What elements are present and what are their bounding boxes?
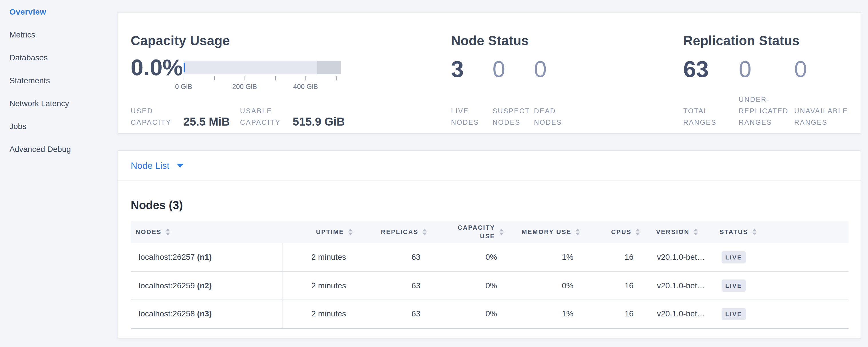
column-header-uptime[interactable]: UPTIME — [282, 221, 355, 243]
sort-icon — [636, 228, 640, 235]
replicas-cell: 63 — [355, 272, 430, 300]
sort-icon — [576, 228, 580, 235]
node-list-dropdown[interactable]: Node List — [118, 151, 861, 181]
column-header-version[interactable]: VERSION — [643, 221, 717, 243]
node-address-cell[interactable]: localhost:26258 (n3) — [131, 300, 282, 328]
sidebar-item-advanced-debug[interactable]: Advanced Debug — [0, 145, 117, 154]
axis-tick-label: 400 GiB — [293, 83, 318, 91]
capacity-percent-value: 0.0% — [131, 54, 184, 81]
replicas-cell: 63 — [355, 300, 430, 328]
sidebar-item-databases[interactable]: Databases — [0, 54, 117, 62]
capacity-use-cell: 0% — [430, 243, 506, 272]
node-id: (n3) — [197, 309, 212, 318]
table-row[interactable]: localhost:26259 (n2) 2 minutes 63 0% 0% … — [131, 272, 848, 300]
column-header-label: CPUS — [611, 228, 631, 236]
table-header-row: NODES UPTIME REPLICAS CAPACITY USE M — [131, 221, 848, 243]
node-address-cell[interactable]: localhost:26257 (n1) — [131, 243, 282, 272]
column-header-label: NODES — [135, 228, 162, 236]
version-cell: v20.1.0-bet… — [643, 300, 717, 328]
under-replicated-ranges-label: UNDER-REPLICATED RANGES — [739, 94, 794, 128]
axis-tick-label: 0 GiB — [175, 83, 192, 91]
replication-status-section: Replication Status 63 0 0 TOTAL RANGES U… — [683, 12, 861, 133]
axis-tick-label: 200 GiB — [232, 83, 257, 91]
sidebar: Overview Metrics Databases Statements Ne… — [0, 0, 117, 347]
node-address: localhost:26257 — [139, 253, 195, 261]
status-badge: LIVE — [721, 280, 746, 292]
axis-tick — [245, 76, 245, 81]
node-status-title: Node Status — [451, 33, 651, 49]
capacity-bar-used-marker — [184, 63, 185, 72]
status-cell: LIVE — [717, 300, 848, 328]
replication-labels: TOTAL RANGES UNDER-REPLICATED RANGES UNA… — [683, 94, 861, 128]
usable-capacity-value: 515.9 GiB — [292, 115, 345, 128]
used-capacity-label: USED CAPACITY — [131, 105, 180, 128]
sidebar-item-network-latency[interactable]: Network Latency — [0, 99, 117, 108]
status-cell: LIVE — [717, 272, 848, 300]
node-id: (n1) — [197, 253, 212, 261]
column-header-label: CAPACITY USE — [446, 223, 495, 241]
dead-nodes-label: DEAD NODES — [534, 105, 576, 128]
cpus-cell: 16 — [583, 272, 643, 300]
capacity-bar-secondary-segment — [317, 61, 341, 74]
sidebar-item-statements[interactable]: Statements — [0, 76, 117, 85]
sidebar-item-metrics[interactable]: Metrics — [0, 31, 117, 39]
unavailable-ranges-value: 0 — [794, 56, 850, 83]
sort-icon — [693, 228, 698, 235]
column-header-label: REPLICAS — [381, 228, 418, 236]
node-status-labels: LIVE NODES SUSPECT NODES DEAD NODES — [451, 105, 651, 128]
axis-tick — [214, 76, 215, 81]
sort-icon — [165, 228, 170, 235]
node-address-cell[interactable]: localhost:26259 (n2) — [131, 272, 282, 300]
status-badge: LIVE — [721, 308, 746, 320]
used-capacity-value: 25.5 MiB — [183, 115, 230, 128]
status-cell: LIVE — [717, 243, 848, 272]
chevron-down-icon — [177, 164, 184, 168]
table-row[interactable]: localhost:26258 (n3) 2 minutes 63 0% 1% … — [131, 300, 848, 328]
sidebar-item-jobs[interactable]: Jobs — [0, 122, 117, 131]
sidebar-item-overview[interactable]: Overview — [0, 8, 117, 16]
node-status-values: 3 0 0 — [451, 56, 651, 83]
column-header-replicas[interactable]: REPLICAS — [355, 221, 430, 243]
under-replicated-ranges-value: 0 — [739, 56, 794, 83]
capacity-usage-title: Capacity Usage — [131, 33, 440, 49]
live-nodes-value: 3 — [451, 56, 493, 83]
capacity-usage-section: Capacity Usage 0.0% 0 GiB 200 GiB 400 Gi… — [131, 12, 440, 133]
memory-use-cell: 0% — [506, 272, 583, 300]
replication-status-title: Replication Status — [683, 33, 861, 49]
column-header-cpus[interactable]: CPUS — [583, 221, 643, 243]
status-badge: LIVE — [721, 251, 746, 263]
column-header-label: STATUS — [719, 228, 748, 236]
nodes-section-title: Nodes (3) — [131, 199, 861, 212]
replication-values: 63 0 0 — [683, 56, 861, 83]
version-cell: v20.1.0-bet… — [643, 243, 717, 272]
capacity-use-cell: 0% — [430, 272, 506, 300]
sort-icon — [423, 228, 427, 235]
cpus-cell: 16 — [583, 243, 643, 272]
node-address: localhost:26259 — [139, 281, 195, 290]
column-header-label: VERSION — [656, 228, 689, 236]
nodes-table: NODES UPTIME REPLICAS CAPACITY USE M — [131, 221, 848, 329]
total-ranges-value: 63 — [683, 56, 739, 83]
capacity-use-cell: 0% — [430, 300, 506, 328]
column-header-status[interactable]: STATUS — [717, 221, 848, 243]
cpus-cell: 16 — [583, 300, 643, 328]
suspect-nodes-value: 0 — [493, 56, 534, 83]
version-cell: v20.1.0-bet… — [643, 272, 717, 300]
table-row[interactable]: localhost:26257 (n1) 2 minutes 63 0% 1% … — [131, 243, 848, 272]
column-header-nodes[interactable]: NODES — [131, 221, 282, 243]
cluster-summary-card: Capacity Usage 0.0% 0 GiB 200 GiB 400 Gi… — [117, 12, 861, 134]
live-nodes-label: LIVE NODES — [451, 105, 493, 128]
uptime-cell: 2 minutes — [282, 300, 355, 328]
axis-tick — [305, 76, 306, 81]
column-header-memory-use[interactable]: MEMORY USE — [506, 221, 583, 243]
node-address: localhost:26258 — [139, 309, 195, 318]
uptime-cell: 2 minutes — [282, 243, 355, 272]
column-header-capacity-use[interactable]: CAPACITY USE — [430, 221, 506, 243]
axis-tick — [336, 76, 337, 81]
unavailable-ranges-label: UNAVAILABLE RANGES — [794, 105, 850, 128]
axis-tick — [184, 76, 184, 81]
memory-use-cell: 1% — [506, 243, 583, 272]
capacity-bar: 0 GiB 200 GiB 400 GiB — [184, 61, 341, 74]
axis-tick — [275, 76, 276, 81]
column-header-label: UPTIME — [316, 228, 344, 236]
